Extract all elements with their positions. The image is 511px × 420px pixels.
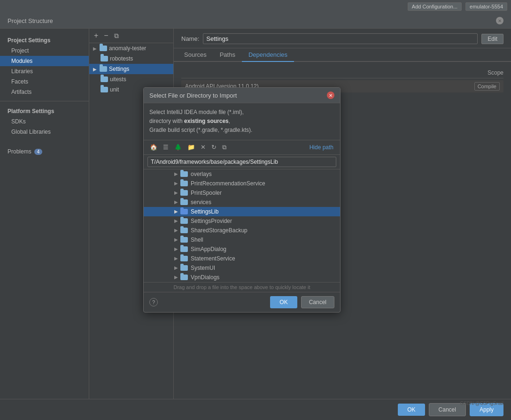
sidebar-item-artifacts[interactable]: Artifacts <box>0 87 89 97</box>
tree-item-settingsprovider[interactable]: ▶ SettingsProvider <box>144 216 340 226</box>
dep-table-header: Scope <box>181 68 503 78</box>
problems-badge: 4 <box>34 149 43 155</box>
file-dialog-titlebar: Select File or Directory to Import ✕ <box>144 88 340 103</box>
ok-button[interactable]: OK <box>398 404 425 416</box>
dialog-bottom: OK Cancel Apply <box>0 399 511 420</box>
tree-item-printspooler[interactable]: ▶ PrintSpooler <box>144 188 340 198</box>
module-item-anomaly-tester[interactable]: ▶ anomaly-tester <box>89 43 173 53</box>
name-label: Name: <box>181 35 199 42</box>
compile-badge[interactable]: Compile <box>474 82 500 91</box>
tree-item-shell[interactable]: ▶ Shell <box>144 235 340 244</box>
tree-item-label: SystemUI <box>191 265 215 271</box>
module-label: robotests <box>110 55 133 62</box>
copy-module-button[interactable]: ⧉ <box>112 31 121 41</box>
file-dialog-close-button[interactable]: ✕ <box>327 92 334 99</box>
tree-item-settingslib[interactable]: ▶ SettingsLib <box>144 207 340 216</box>
file-description: Select IntelliJ IDEA module file (*.iml)… <box>144 103 340 140</box>
sidebar-item-facets[interactable]: Facets <box>0 76 89 87</box>
close-dialog-button[interactable]: ✕ <box>496 17 503 24</box>
name-input[interactable] <box>203 33 478 44</box>
sidebar-item-modules[interactable]: Modules <box>0 56 89 66</box>
module-label: uitests <box>110 76 126 83</box>
home-button[interactable]: 🏠 <box>147 142 160 152</box>
tree-item-label: overlays <box>191 171 212 177</box>
module-item-settings[interactable]: ▶ Settings <box>89 64 173 74</box>
ide-window: Add Configuration... emulator-5554 Proje… <box>0 0 511 420</box>
problems-row[interactable]: Problems 4 <box>0 146 89 157</box>
add-module-button[interactable]: + <box>92 31 100 41</box>
new-folder-button[interactable]: 📁 <box>185 142 197 152</box>
sidebar-divider <box>0 101 89 101</box>
platform-settings-header: Platform Settings <box>0 105 89 116</box>
dialog-title: Project Structure <box>8 17 53 24</box>
module-label: anomaly-tester <box>109 45 146 52</box>
refresh-button[interactable]: ↻ <box>209 142 219 152</box>
tree-item-label: SharedStorageBackup <box>191 227 248 234</box>
tree-view-button[interactable]: 🌲 <box>172 142 184 152</box>
module-label: Settings <box>109 66 129 72</box>
tree-item-label: SimAppDialog <box>191 246 226 252</box>
tree-item-systemui[interactable]: ▶ SystemUI <box>144 263 340 273</box>
dep-col-scope-header: Scope <box>457 69 503 76</box>
tree-item-label: Shell <box>191 237 203 243</box>
file-desc-line4: Gradle build script (*.gradle, *.gradle.… <box>149 127 252 133</box>
tree-item-label: SettingsProvider <box>191 218 232 224</box>
path-input-row <box>144 155 340 169</box>
file-toolbar-left: 🏠 ☰ 🌲 📁 ✕ ↻ ⧉ <box>147 142 229 153</box>
file-desc-line2: directory with <box>149 118 184 124</box>
tree-item-print-recommendation[interactable]: ▶ PrintRecommendationService <box>144 179 340 188</box>
tree-item-label: StatementService <box>191 255 235 262</box>
tree-item-label: services <box>191 199 211 206</box>
file-dialog-title-label: Select File or Directory to Import <box>149 92 237 99</box>
tree-item-statementservice[interactable]: ▶ StatementService <box>144 254 340 263</box>
tree-item-vpndialogs[interactable]: ▶ VpnDialogs <box>144 273 340 282</box>
tree-item-label: SettingsLib <box>191 208 218 215</box>
tree-item-label: PrintRecommendationService <box>191 180 265 187</box>
file-tree: ▶ overlays ▶ PrintRecommendationService … <box>144 169 340 282</box>
delete-button[interactable]: ✕ <box>198 142 208 152</box>
hide-path-button[interactable]: Hide path <box>307 143 336 152</box>
help-button[interactable]: ? <box>149 298 158 306</box>
emulator-button[interactable]: emulator-5554 <box>465 2 507 11</box>
remove-module-button[interactable]: − <box>102 31 110 41</box>
tree-item-label: PrintSpooler <box>191 190 222 196</box>
file-ok-button[interactable]: OK <box>270 296 297 308</box>
file-toolbar: 🏠 ☰ 🌲 📁 ✕ ↻ ⧉ Hide path <box>144 140 340 155</box>
module-item-robotests[interactable]: robotests <box>89 53 173 64</box>
tree-item-shared-storage-backup[interactable]: ▶ SharedStorageBackup <box>144 226 340 235</box>
sidebar-item-sdks[interactable]: SDKs <box>0 116 89 127</box>
tab-paths[interactable]: Paths <box>213 48 242 62</box>
sidebar-item-project[interactable]: Project <box>0 46 89 56</box>
module-item-uitests[interactable]: uitests <box>89 74 173 84</box>
left-sidebar: Project Settings Project Modules Librari… <box>0 29 89 399</box>
module-toolbar: + − ⧉ <box>89 29 173 43</box>
tab-sources[interactable]: Sources <box>178 48 213 62</box>
tree-item-overlays[interactable]: ▶ overlays <box>144 169 340 179</box>
file-selector-dialog: Select File or Directory to Import ✕ Sel… <box>143 87 341 313</box>
name-row: Name: Edit <box>174 29 511 48</box>
edit-button[interactable]: Edit <box>481 34 503 44</box>
tree-item-services[interactable]: ▶ services <box>144 198 340 207</box>
tree-item-label: VpnDialogs <box>191 274 219 281</box>
project-settings-header: Project Settings <box>0 34 89 46</box>
list-view-button[interactable]: ☰ <box>161 142 171 152</box>
file-cancel-button[interactable]: Cancel <box>301 296 334 308</box>
watermark: GSDN-@G5PigSnail <box>460 401 503 406</box>
file-dialog-footer: ? OK Cancel <box>144 292 340 312</box>
copy-path-button[interactable]: ⧉ <box>220 142 229 153</box>
file-desc-line1: Select IntelliJ IDEA module file (*.iml)… <box>149 109 244 115</box>
problems-label: Problems <box>8 148 31 155</box>
tab-dependencies[interactable]: Dependencies <box>242 48 294 62</box>
file-footer-buttons: OK Cancel <box>270 296 334 308</box>
project-structure-dialog: Project Structure ✕ Project Settings Pro… <box>0 13 511 420</box>
sidebar-item-global-libraries[interactable]: Global Libraries <box>0 127 89 137</box>
file-drag-hint: Drag and drop a file into the space abov… <box>144 282 340 292</box>
tree-item-simappdialog[interactable]: ▶ SimAppDialog <box>144 244 340 254</box>
sidebar-item-libraries[interactable]: Libraries <box>0 66 89 76</box>
path-input[interactable] <box>147 157 336 167</box>
add-config-button[interactable]: Add Configuration... <box>408 2 462 11</box>
dialog-titlebar: Project Structure ✕ <box>0 13 511 29</box>
top-bar: Add Configuration... emulator-5554 <box>0 0 511 13</box>
file-desc-bold: existing sources <box>184 118 229 124</box>
tabs-row: Sources Paths Dependencies <box>174 48 511 62</box>
